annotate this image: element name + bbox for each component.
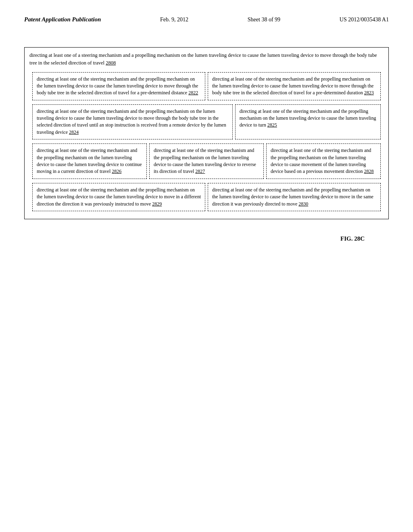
box-2828: directing at least one of the steering m… <box>266 143 381 179</box>
box-2822: directing at least one of the steering m… <box>32 72 205 100</box>
box-2829: directing at least one of the steering m… <box>32 183 205 211</box>
row1: directing at least one of the steering m… <box>31 71 382 102</box>
box-2825: directing at least one of the steering m… <box>235 104 381 140</box>
box-2826: directing at least one of the steering m… <box>32 143 147 179</box>
header-sheet: Sheet 38 of 99 <box>248 17 280 23</box>
row3: directing at least one of the steering m… <box>31 142 382 180</box>
page-header: Patent Application Publication Feb. 9, 2… <box>24 16 389 23</box>
header-publication-label: Patent Application Publication <box>24 16 101 23</box>
header-date: Feb. 9, 2012 <box>160 17 188 23</box>
box-2824: directing at least one of the steering m… <box>32 104 233 140</box>
main-content: directing at least one of a steering mec… <box>24 47 389 219</box>
box-2827: directing at least one of the steering m… <box>149 143 264 179</box>
box-2830: directing at least one of the steering m… <box>208 183 381 211</box>
box-2823: directing at least one of the steering m… <box>208 72 381 100</box>
outer-box: directing at least one of a steering mec… <box>24 47 389 219</box>
page: Patent Application Publication Feb. 9, 2… <box>0 0 413 532</box>
row2: directing at least one of the steering m… <box>31 103 382 141</box>
header-patent-number: US 2012/0035438 A1 <box>340 17 389 23</box>
row4: directing at least one of the steering m… <box>31 182 382 212</box>
outer-box-text: directing at least one of a steering mec… <box>29 52 384 67</box>
fig-label: FIG. 28C <box>24 235 389 242</box>
